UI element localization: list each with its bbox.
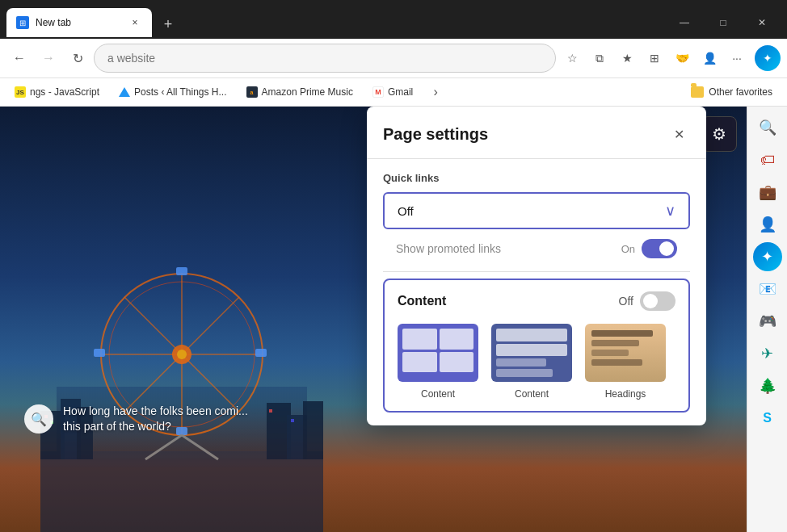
content-section-header: Content Off [398, 291, 675, 311]
content-toggle-label: Off [619, 295, 633, 308]
thumb-label-full: Content [421, 388, 455, 400]
persona-icon[interactable]: 👤 [697, 45, 722, 71]
promoted-links-label: Show promoted links [396, 242, 501, 255]
window-controls: — □ ✕ [666, 8, 781, 37]
refresh-button[interactable]: ↻ [65, 45, 90, 71]
quick-links-dropdown[interactable]: Off ∨ [383, 192, 690, 229]
toolbar-icons: ☆ ⧉ ★ ⊞ 🤝 👤 ··· ✦ [559, 45, 781, 71]
bookmark-amazon[interactable]: a Amazon Prime Music [238, 83, 361, 101]
address-input[interactable] [107, 52, 542, 65]
bookmark-allthings[interactable]: Posts ‹ All Things H... [111, 83, 235, 101]
folder-icon [691, 86, 704, 98]
promoted-links-toggle[interactable] [642, 239, 677, 258]
address-bar[interactable] [94, 44, 556, 73]
thumbnail-content-full[interactable]: Content [398, 324, 478, 400]
svg-rect-8 [176, 267, 187, 275]
bookmark-allthings-label: Posts ‹ All Things H... [134, 86, 227, 98]
maximize-button[interactable]: □ [705, 8, 742, 37]
page-settings-panel: Page settings ✕ Quick links Off ∨ Show p… [367, 107, 706, 425]
tab-close-button[interactable]: × [128, 15, 142, 30]
thumb-img-partial [491, 324, 572, 382]
title-bar: ⊞ New tab × + — □ ✕ [0, 0, 787, 39]
tab-title: New tab [36, 17, 124, 28]
new-tab-button[interactable]: + [155, 11, 181, 37]
panel-close-button[interactable]: ✕ [667, 123, 690, 145]
more-button[interactable]: ··· [724, 45, 750, 71]
svg-rect-24 [269, 409, 272, 413]
promoted-on-label: On [621, 243, 635, 255]
minimize-button[interactable]: — [666, 8, 703, 37]
other-favorites-item[interactable]: Other favorites [683, 83, 781, 101]
sidebar-copilot-icon[interactable]: ✦ [753, 242, 782, 271]
back-button[interactable]: ← [6, 45, 32, 71]
collections-icon[interactable]: ⊞ [642, 45, 667, 71]
thumb-img-full [398, 324, 478, 382]
favorite-icon[interactable]: ☆ [559, 45, 585, 71]
svg-point-13 [177, 350, 187, 359]
ferris-wheel-scene [40, 225, 323, 532]
split-screen-icon[interactable]: ⧉ [587, 45, 612, 71]
panel-header: Page settings ✕ [367, 107, 706, 145]
sidebar-tree-icon[interactable]: 🌲 [753, 371, 782, 400]
svg-rect-0 [40, 451, 323, 532]
section-divider [383, 271, 690, 272]
sidebar-games-icon[interactable]: 🎮 [753, 307, 782, 336]
toolbar: ← → ↻ ☆ ⧉ ★ ⊞ 🤝 👤 ··· ✦ [0, 39, 787, 77]
bookmarks-right: Other favorites [683, 83, 781, 101]
panel-title: Page settings [383, 125, 488, 144]
page-search: 🔍 How long have the folks been comi... t… [24, 404, 248, 435]
other-favorites-label: Other favorites [709, 86, 772, 98]
sidebar-search-icon[interactable]: 🔍 [753, 113, 782, 142]
svg-rect-11 [255, 349, 267, 357]
sidebar-outlook-icon[interactable]: 📧 [753, 274, 782, 304]
panel-body: Quick links Off ∨ Show promoted links On [367, 159, 706, 425]
svg-rect-25 [291, 419, 294, 422]
quick-links-label: Quick links [383, 172, 690, 184]
dropdown-arrow-icon: ∨ [665, 202, 675, 220]
bookmarks-bar: JS ngs - JavaScript Posts ‹ All Things H… [0, 77, 787, 107]
dropdown-value: Off [398, 204, 414, 218]
bookmark-gmail[interactable]: M Gmail [364, 83, 421, 101]
promoted-links-row: Show promoted links On [383, 229, 690, 268]
tab-favicon: ⊞ [16, 16, 29, 29]
bookmark-js[interactable]: JS ngs - JavaScript [6, 83, 107, 101]
sidebar-skype-icon[interactable]: S [753, 404, 782, 433]
allthings-favicon [119, 87, 130, 97]
thumb-label-partial: Content [515, 388, 549, 400]
bookmark-gmail-label: Gmail [388, 86, 413, 98]
content-section-label: Content [398, 294, 446, 308]
thumbnails-row: Content [398, 324, 675, 400]
gmail-favicon: M [372, 86, 384, 98]
right-sidebar: 🔍 🏷 💼 👤 ✦ 📧 🎮 ✈ 🌲 S [747, 107, 787, 532]
copilot-button[interactable]: ✦ [755, 45, 781, 71]
sidebar-collections-icon[interactable]: 🏷 [753, 145, 782, 174]
thumbnail-content-partial[interactable]: Content [491, 324, 572, 400]
js-favicon: JS [15, 86, 26, 98]
thumbnail-headings[interactable]: Headings [585, 324, 666, 400]
amazon-favicon: a [246, 86, 258, 98]
bookmarks-more-button[interactable]: › [424, 81, 447, 103]
thumb-label-headings: Headings [605, 388, 646, 400]
page-search-text: How long have the folks been comi... thi… [63, 404, 248, 435]
close-button[interactable]: ✕ [743, 8, 781, 37]
content-toggle[interactable] [640, 291, 675, 311]
forward-button[interactable]: → [36, 45, 61, 71]
sidebar-person-icon[interactable]: 👤 [753, 210, 782, 239]
content-section: Content Off [383, 279, 690, 413]
settings-gear-button[interactable]: ⚙ [701, 116, 737, 152]
tab-area: ⊞ New tab × + [6, 8, 659, 37]
bookmark-amazon-label: Amazon Prime Music [262, 86, 353, 98]
favorites-star-icon[interactable]: ★ [614, 45, 640, 71]
svg-rect-21 [303, 401, 323, 459]
profile-icon[interactable]: 🤝 [669, 45, 695, 71]
browser-window: ⊞ New tab × + — □ ✕ ← → ↻ ☆ ⧉ ★ ⊞ 🤝 👤 ··… [0, 0, 787, 532]
page-search-icon[interactable]: 🔍 [24, 404, 53, 434]
sidebar-briefcase-icon[interactable]: 💼 [753, 178, 782, 207]
page-background: ⛅ 38°C ⚙ 🔍 How long have the folks been … [0, 107, 747, 532]
svg-rect-10 [94, 349, 105, 357]
content-toggle-row: Off [619, 291, 675, 311]
sidebar-whatsapp-icon[interactable]: ✈ [753, 339, 782, 368]
content-area: ⛅ 38°C ⚙ 🔍 How long have the folks been … [0, 107, 787, 532]
thumb-img-headings [585, 324, 666, 382]
active-tab[interactable]: ⊞ New tab × [6, 8, 152, 37]
